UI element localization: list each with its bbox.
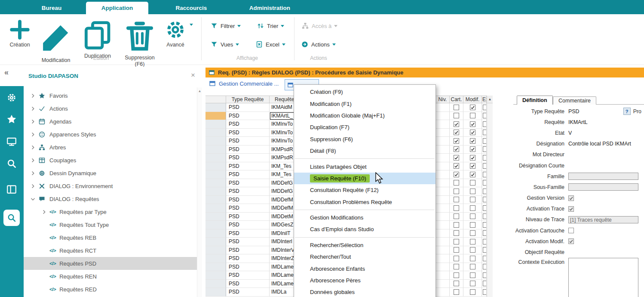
row-header[interactable] [205, 229, 226, 238]
row-header[interactable] [205, 162, 226, 171]
cell-modif[interactable] [463, 196, 482, 204]
checkbox[interactable] [470, 113, 475, 118]
cell-niv[interactable] [436, 229, 450, 238]
row-header[interactable] [205, 129, 226, 137]
cell-type-requete[interactable]: PSD [226, 204, 270, 213]
cell-cart[interactable] [450, 162, 463, 171]
checkbox[interactable] [483, 289, 487, 295]
cell-modif[interactable] [463, 238, 482, 246]
actions-button[interactable]: Actions [301, 40, 336, 48]
cell-niv[interactable] [436, 213, 450, 221]
cell-ex[interactable] [482, 213, 487, 221]
chevron-right-icon[interactable] [41, 209, 47, 215]
cell-niv[interactable] [436, 162, 450, 171]
checkbox[interactable] [470, 264, 475, 269]
cell-type-requete[interactable]: PSD [226, 154, 270, 162]
checkbox-checked[interactable] [470, 146, 475, 152]
cell-type-requete[interactable]: PSD [226, 179, 270, 188]
cell-ex[interactable] [482, 254, 487, 263]
cell-cart[interactable] [450, 129, 463, 137]
cell-modif[interactable] [463, 129, 482, 137]
cell-niv[interactable] [436, 145, 450, 154]
cell-modif[interactable] [463, 280, 482, 288]
cell-ex[interactable] [482, 238, 487, 246]
cell-ex[interactable] [482, 137, 487, 145]
row-header[interactable] [205, 280, 226, 288]
cell-ex[interactable] [482, 221, 487, 229]
cell-niv[interactable] [436, 288, 450, 297]
star-icon[interactable] [6, 114, 17, 125]
checkbox-checked[interactable] [470, 138, 475, 144]
checkbox[interactable] [470, 180, 475, 186]
chevron-right-icon[interactable] [30, 93, 36, 99]
checkbox[interactable] [454, 180, 459, 186]
row-header[interactable] [205, 137, 226, 145]
checkbox[interactable] [454, 197, 459, 202]
cell-cart[interactable] [450, 246, 463, 255]
checkbox[interactable] [483, 189, 487, 194]
chevron-down-icon[interactable] [30, 196, 36, 202]
close-icon[interactable]: × [191, 71, 195, 80]
cell-niv[interactable] [436, 263, 450, 272]
cell-ex[interactable] [482, 129, 487, 137]
menu-item[interactable]: Arborescence Pères [294, 275, 435, 286]
cell-modif[interactable] [463, 263, 482, 272]
sidebar-item[interactable]: Favoris [24, 89, 197, 102]
cell-niv[interactable] [436, 204, 450, 213]
table-scrollbar[interactable]: ▲ [487, 96, 493, 297]
row-header[interactable] [205, 213, 226, 221]
checkbox[interactable] [454, 289, 459, 295]
cell-ex[interactable] [482, 288, 487, 297]
column-header-modif[interactable]: Modif. [463, 96, 482, 103]
checkbox[interactable] [483, 105, 487, 110]
cell-niv[interactable] [436, 120, 450, 129]
checkbox[interactable] [470, 247, 475, 253]
menu-item[interactable]: Listes Partagées Objet [294, 161, 435, 172]
checkbox[interactable] [470, 289, 475, 295]
sidebar-item[interactable]: </>Requêtes PSD [24, 257, 197, 270]
menu-item[interactable]: Détail (F8) [294, 145, 435, 157]
cell-cart[interactable] [450, 229, 463, 238]
cell-modif[interactable] [463, 187, 482, 196]
row-header[interactable] [205, 246, 226, 255]
cell-type-requete[interactable]: PSD [226, 238, 270, 246]
cell-type-requete[interactable]: PSD [226, 103, 270, 112]
ribbon-tab-raccourcis[interactable]: Raccourcis [159, 2, 224, 14]
menu-item[interactable]: Arborescence Enfants [294, 263, 435, 274]
cell-type-requete[interactable]: PSD [226, 170, 270, 179]
field-textarea[interactable] [568, 258, 638, 297]
cell-cart[interactable] [450, 187, 463, 196]
checkbox[interactable] [470, 197, 475, 202]
sidebar-item[interactable]: Agendas [24, 115, 197, 128]
cell-type-requete[interactable]: PSD [226, 280, 270, 288]
row-header[interactable] [205, 288, 226, 297]
tab-commentaire[interactable]: Commentaire [553, 96, 596, 105]
cell-ex[interactable] [482, 179, 487, 188]
cell-ex[interactable] [482, 280, 487, 288]
vues-button[interactable]: Vues [210, 40, 239, 48]
cell-cart[interactable] [450, 120, 463, 129]
checkbox-checked[interactable] [454, 130, 459, 135]
cell-cart[interactable] [450, 254, 463, 263]
cell-modif[interactable] [463, 204, 482, 213]
cell-modif[interactable] [463, 154, 482, 162]
cell-type-requete[interactable]: PSD [226, 129, 270, 137]
cell-modif[interactable] [463, 213, 482, 221]
checkbox[interactable] [483, 155, 487, 161]
cell-modif[interactable] [463, 271, 482, 280]
checkbox[interactable] [483, 256, 487, 261]
column-header-niv[interactable]: Niv. [436, 96, 450, 103]
cell-type-requete[interactable]: PSD [226, 246, 270, 255]
cell-type-requete[interactable]: PSD [226, 213, 270, 221]
cell-modif[interactable] [463, 162, 482, 171]
checkbox-checked[interactable] [470, 163, 475, 169]
cell-niv[interactable] [436, 112, 450, 121]
menu-item[interactable]: Création (F9) [294, 86, 435, 98]
cell-modif[interactable] [463, 170, 482, 179]
cell-cart[interactable] [450, 103, 463, 112]
creation-button[interactable]: Création [8, 18, 32, 48]
checkbox-checked[interactable] [470, 121, 475, 127]
gear-icon[interactable] [6, 92, 17, 103]
cell-ex[interactable] [482, 120, 487, 129]
column-header-ex[interactable]: Ex [482, 96, 487, 103]
